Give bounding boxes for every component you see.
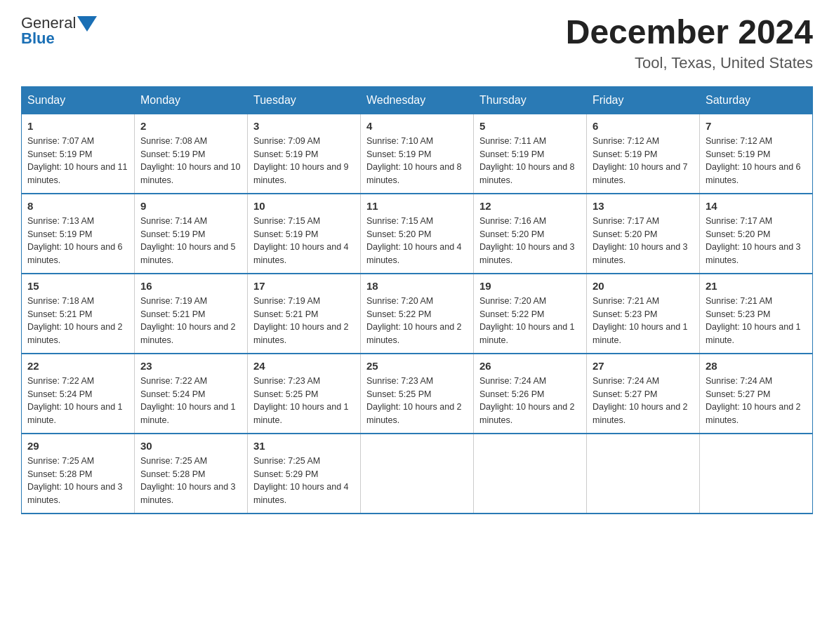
day-info: Sunrise: 7:16 AM Sunset: 5:20 PM Dayligh… [479,215,581,267]
header-saturday: Saturday [700,86,813,114]
table-row: 15 Sunrise: 7:18 AM Sunset: 5:21 PM Dayl… [22,274,135,354]
calendar-week-row: 15 Sunrise: 7:18 AM Sunset: 5:21 PM Dayl… [22,274,813,354]
table-row: 17 Sunrise: 7:19 AM Sunset: 5:21 PM Dayl… [248,274,361,354]
day-info: Sunrise: 7:23 AM Sunset: 5:25 PM Dayligh… [366,375,468,427]
calendar-week-row: 8 Sunrise: 7:13 AM Sunset: 5:19 PM Dayli… [22,194,813,274]
calendar-week-row: 1 Sunrise: 7:07 AM Sunset: 5:19 PM Dayli… [22,114,813,194]
table-row: 19 Sunrise: 7:20 AM Sunset: 5:22 PM Dayl… [474,274,587,354]
day-number: 2 [140,120,241,132]
header-friday: Friday [587,86,700,114]
svg-marker-0 [77,16,97,32]
table-row: 22 Sunrise: 7:22 AM Sunset: 5:24 PM Dayl… [22,354,135,434]
day-info: Sunrise: 7:09 AM Sunset: 5:19 PM Dayligh… [253,135,355,187]
table-row: 16 Sunrise: 7:19 AM Sunset: 5:21 PM Dayl… [135,274,248,354]
day-number: 28 [706,360,807,372]
page-header: General Blue December 2024 Tool, Texas, … [21,14,813,72]
day-number: 29 [27,440,128,452]
table-row: 20 Sunrise: 7:21 AM Sunset: 5:23 PM Dayl… [587,274,700,354]
day-info: Sunrise: 7:12 AM Sunset: 5:19 PM Dayligh… [706,135,807,187]
table-row: 25 Sunrise: 7:23 AM Sunset: 5:25 PM Dayl… [361,354,474,434]
day-info: Sunrise: 7:20 AM Sunset: 5:22 PM Dayligh… [366,295,468,347]
calendar-week-row: 29 Sunrise: 7:25 AM Sunset: 5:28 PM Dayl… [22,434,813,514]
table-row [361,434,474,514]
day-number: 12 [479,200,581,212]
table-row: 28 Sunrise: 7:24 AM Sunset: 5:27 PM Dayl… [700,354,813,434]
day-number: 6 [593,120,694,132]
day-info: Sunrise: 7:24 AM Sunset: 5:27 PM Dayligh… [593,375,694,427]
table-row: 11 Sunrise: 7:15 AM Sunset: 5:20 PM Dayl… [361,194,474,274]
table-row: 4 Sunrise: 7:10 AM Sunset: 5:19 PM Dayli… [361,114,474,194]
day-number: 15 [27,280,128,292]
day-info: Sunrise: 7:25 AM Sunset: 5:28 PM Dayligh… [140,455,241,507]
day-number: 5 [479,120,581,132]
table-row: 9 Sunrise: 7:14 AM Sunset: 5:19 PM Dayli… [135,194,248,274]
header-tuesday: Tuesday [248,86,361,114]
table-row: 18 Sunrise: 7:20 AM Sunset: 5:22 PM Dayl… [361,274,474,354]
day-info: Sunrise: 7:13 AM Sunset: 5:19 PM Dayligh… [27,215,128,267]
day-info: Sunrise: 7:24 AM Sunset: 5:27 PM Dayligh… [706,375,807,427]
table-row: 7 Sunrise: 7:12 AM Sunset: 5:19 PM Dayli… [700,114,813,194]
day-number: 31 [253,440,355,452]
day-number: 25 [366,360,468,372]
day-info: Sunrise: 7:15 AM Sunset: 5:19 PM Dayligh… [253,215,355,267]
table-row: 2 Sunrise: 7:08 AM Sunset: 5:19 PM Dayli… [135,114,248,194]
day-number: 14 [706,200,807,212]
table-row [474,434,587,514]
day-info: Sunrise: 7:21 AM Sunset: 5:23 PM Dayligh… [706,295,807,347]
day-number: 13 [593,200,694,212]
calendar-table: Sunday Monday Tuesday Wednesday Thursday… [21,86,813,514]
header-sunday: Sunday [22,86,135,114]
header-thursday: Thursday [474,86,587,114]
day-info: Sunrise: 7:25 AM Sunset: 5:28 PM Dayligh… [27,455,128,507]
calendar-title: December 2024 [566,14,813,51]
table-row: 23 Sunrise: 7:22 AM Sunset: 5:24 PM Dayl… [135,354,248,434]
table-row [587,434,700,514]
day-number: 26 [479,360,581,372]
calendar-subtitle: Tool, Texas, United States [566,54,813,72]
header-monday: Monday [135,86,248,114]
day-info: Sunrise: 7:25 AM Sunset: 5:29 PM Dayligh… [253,455,355,507]
table-row: 31 Sunrise: 7:25 AM Sunset: 5:29 PM Dayl… [248,434,361,514]
day-number: 1 [27,120,128,132]
table-row: 8 Sunrise: 7:13 AM Sunset: 5:19 PM Dayli… [22,194,135,274]
days-header-row: Sunday Monday Tuesday Wednesday Thursday… [22,86,813,114]
calendar-week-row: 22 Sunrise: 7:22 AM Sunset: 5:24 PM Dayl… [22,354,813,434]
day-number: 7 [706,120,807,132]
table-row: 13 Sunrise: 7:17 AM Sunset: 5:20 PM Dayl… [587,194,700,274]
day-number: 23 [140,360,241,372]
table-row [700,434,813,514]
day-info: Sunrise: 7:24 AM Sunset: 5:26 PM Dayligh… [479,375,581,427]
logo-blue: Blue [21,29,55,48]
day-number: 17 [253,280,355,292]
table-row: 26 Sunrise: 7:24 AM Sunset: 5:26 PM Dayl… [474,354,587,434]
day-info: Sunrise: 7:17 AM Sunset: 5:20 PM Dayligh… [706,215,807,267]
table-row: 3 Sunrise: 7:09 AM Sunset: 5:19 PM Dayli… [248,114,361,194]
day-number: 3 [253,120,355,132]
day-info: Sunrise: 7:14 AM Sunset: 5:19 PM Dayligh… [140,215,241,267]
logo: General Blue [21,14,97,48]
day-number: 30 [140,440,241,452]
day-number: 16 [140,280,241,292]
day-info: Sunrise: 7:18 AM Sunset: 5:21 PM Dayligh… [27,295,128,347]
day-info: Sunrise: 7:22 AM Sunset: 5:24 PM Dayligh… [140,375,241,427]
day-number: 4 [366,120,468,132]
table-row: 12 Sunrise: 7:16 AM Sunset: 5:20 PM Dayl… [474,194,587,274]
day-number: 19 [479,280,581,292]
day-info: Sunrise: 7:17 AM Sunset: 5:20 PM Dayligh… [593,215,694,267]
table-row: 5 Sunrise: 7:11 AM Sunset: 5:19 PM Dayli… [474,114,587,194]
day-number: 20 [593,280,694,292]
table-row: 1 Sunrise: 7:07 AM Sunset: 5:19 PM Dayli… [22,114,135,194]
day-number: 27 [593,360,694,372]
table-row: 29 Sunrise: 7:25 AM Sunset: 5:28 PM Dayl… [22,434,135,514]
title-block: December 2024 Tool, Texas, United States [566,14,813,72]
day-number: 8 [27,200,128,212]
day-number: 21 [706,280,807,292]
day-info: Sunrise: 7:12 AM Sunset: 5:19 PM Dayligh… [593,135,694,187]
table-row: 10 Sunrise: 7:15 AM Sunset: 5:19 PM Dayl… [248,194,361,274]
day-number: 18 [366,280,468,292]
table-row: 30 Sunrise: 7:25 AM Sunset: 5:28 PM Dayl… [135,434,248,514]
logo-triangle-icon [77,16,97,32]
day-info: Sunrise: 7:10 AM Sunset: 5:19 PM Dayligh… [366,135,468,187]
day-info: Sunrise: 7:07 AM Sunset: 5:19 PM Dayligh… [27,135,128,187]
day-info: Sunrise: 7:08 AM Sunset: 5:19 PM Dayligh… [140,135,241,187]
